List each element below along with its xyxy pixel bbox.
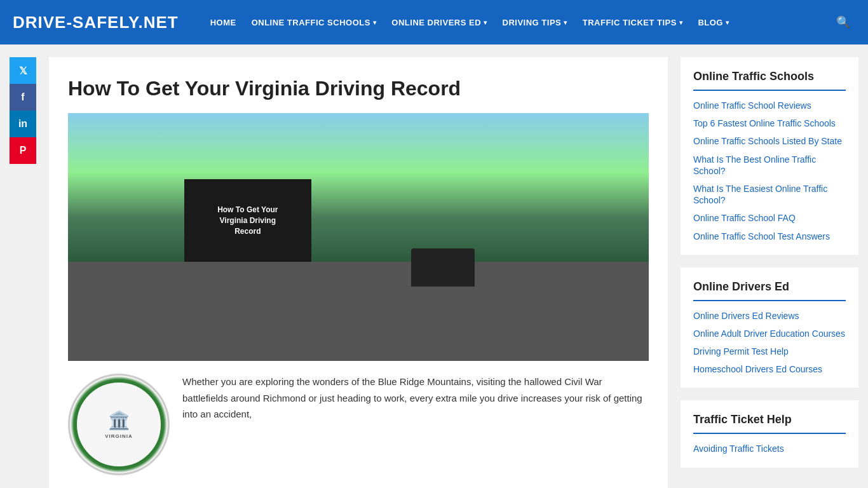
mountain-bg <box>68 113 649 262</box>
search-icon[interactable]: 🔍 <box>831 10 855 34</box>
widget-link-easiest[interactable]: What Is The Easiest Online Traffic Schoo… <box>693 183 846 206</box>
road-scene <box>68 113 649 361</box>
road <box>68 262 649 361</box>
widget-link-drivers-ed-reviews[interactable]: Online Drivers Ed Reviews <box>693 310 846 322</box>
article-hero-wrapper: How To Get Your Virginia Driving Record <box>68 113 649 361</box>
widget-title-online-drivers-ed: Online Drivers Ed <box>693 280 846 301</box>
page-wrapper: 𝕏finP How To Get Your Virginia Driving R… <box>0 44 868 488</box>
article-body-section: 🏛️ VIRGINIA Whether you are exploring th… <box>68 374 649 475</box>
widget-link-adult-driver-ed[interactable]: Online Adult Driver Education Courses <box>693 328 846 339</box>
social-btn-facebook[interactable]: f <box>10 84 36 111</box>
widget-link-test-answers[interactable]: Online Traffic School Test Answers <box>693 231 846 242</box>
site-logo[interactable]: DRIVE-SAFELY.NET <box>13 13 179 32</box>
widget-link-avoiding-tickets[interactable]: Avoiding Traffic Tickets <box>693 443 846 454</box>
widget-link-permit-test[interactable]: Driving Permit Test Help <box>693 346 846 357</box>
widget-title-online-traffic-schools: Online Traffic Schools <box>693 70 846 91</box>
widget-link-by-state[interactable]: Online Traffic Schools Listed By State <box>693 135 846 147</box>
truck-illustration <box>411 248 475 287</box>
nav-item-home[interactable]: HOME <box>204 13 243 32</box>
billboard: How To Get Your Virginia Driving Record <box>184 179 311 262</box>
seal-label: VIRGINIA <box>105 433 133 440</box>
sidebar-widget-online-drivers-ed: Online Drivers EdOnline Drivers Ed Revie… <box>681 268 858 388</box>
nav-item-online-traffic-schools[interactable]: ONLINE TRAFFIC SCHOOLS▾ <box>245 13 383 32</box>
social-btn-linkedin[interactable]: in <box>10 111 36 137</box>
nav-chevron-traffic-ticket-tips: ▾ <box>679 19 683 26</box>
social-btn-twitter[interactable]: 𝕏 <box>10 57 36 84</box>
nav-chevron-driving-tips: ▾ <box>564 19 567 26</box>
widget-links-traffic-ticket-help: Avoiding Traffic Tickets <box>693 443 846 454</box>
main-content: How To Get Your Virginia Driving Record … <box>49 57 668 488</box>
widget-link-faq[interactable]: Online Traffic School FAQ <box>693 212 846 224</box>
widget-title-traffic-ticket-help: Traffic Ticket Help <box>693 413 846 434</box>
billboard-text: How To Get Your Virginia Driving Record <box>211 198 284 243</box>
seal-figure: 🏛️ <box>108 409 130 432</box>
nav-chevron-blog: ▾ <box>726 19 729 26</box>
widget-links-online-traffic-schools: Online Traffic School ReviewsTop 6 Faste… <box>693 100 846 242</box>
article-hero-image: How To Get Your Virginia Driving Record <box>68 113 649 361</box>
social-sidebar: 𝕏finP <box>10 57 36 164</box>
nav-item-traffic-ticket-tips[interactable]: TRAFFIC TICKET TIPS▾ <box>576 13 689 32</box>
nav-item-online-drivers-ed[interactable]: ONLINE DRIVERS ED▾ <box>385 13 493 32</box>
widget-link-reviews[interactable]: Online Traffic School Reviews <box>693 100 846 111</box>
seal-inner: 🏛️ VIRGINIA <box>74 380 163 469</box>
widget-link-best[interactable]: What Is The Best Online Traffic School? <box>693 154 846 177</box>
sidebar-widget-traffic-ticket-help: Traffic Ticket HelpAvoiding Traffic Tick… <box>681 400 858 467</box>
nav-item-driving-tips[interactable]: DRIVING TIPS▾ <box>496 13 574 32</box>
nav-chevron-online-drivers-ed: ▾ <box>484 19 487 26</box>
main-nav: HOMEONLINE TRAFFIC SCHOOLS▾ONLINE DRIVER… <box>204 13 736 32</box>
article-title: How To Get Your Virginia Driving Record <box>68 76 649 100</box>
sidebar-widget-online-traffic-schools: Online Traffic SchoolsOnline Traffic Sch… <box>681 57 858 255</box>
widget-links-online-drivers-ed: Online Drivers Ed ReviewsOnline Adult Dr… <box>693 310 846 376</box>
widget-link-homeschool[interactable]: Homeschool Drivers Ed Courses <box>693 363 846 375</box>
social-btn-pinterest[interactable]: P <box>10 137 36 164</box>
widget-link-fastest[interactable]: Top 6 Fastest Online Traffic Schools <box>693 118 846 129</box>
article-intro-text: Whether you are exploring the wonders of… <box>182 374 649 423</box>
right-sidebar: Online Traffic SchoolsOnline Traffic Sch… <box>681 57 858 488</box>
nav-item-blog[interactable]: BLOG▾ <box>691 13 735 32</box>
virginia-seal: 🏛️ VIRGINIA <box>68 374 170 475</box>
nav-chevron-online-traffic-schools: ▾ <box>373 19 377 26</box>
site-header: DRIVE-SAFELY.NET HOMEONLINE TRAFFIC SCHO… <box>0 0 868 44</box>
